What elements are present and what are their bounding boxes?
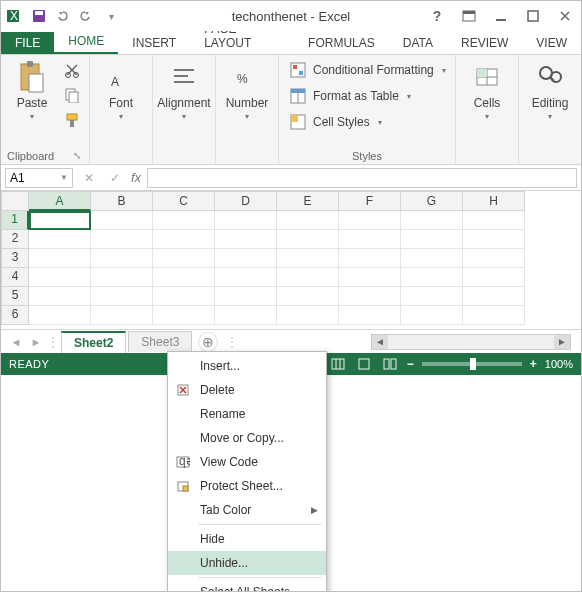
cell[interactable] [277,306,339,325]
cell[interactable] [153,230,215,249]
cell[interactable] [91,249,153,268]
cell[interactable] [339,268,401,287]
tab-formulas[interactable]: FORMULAS [294,32,389,54]
cell[interactable] [277,211,339,230]
cell[interactable] [91,268,153,287]
row-header[interactable]: 3 [1,249,29,268]
ribbon-display-icon[interactable] [457,6,481,26]
cell[interactable] [277,287,339,306]
cell[interactable] [277,268,339,287]
fx-icon[interactable]: fx [131,170,141,185]
row-header[interactable]: 4 [1,268,29,287]
scroll-right-icon[interactable]: ► [554,335,570,349]
context-protect-sheet[interactable]: Protect Sheet... [168,474,326,498]
new-sheet-icon[interactable]: ⊕ [198,332,218,352]
format-as-table-button[interactable]: Format as Table ▾ [289,85,446,107]
tab-data[interactable]: DATA [389,32,447,54]
save-icon[interactable] [29,6,49,26]
cell[interactable] [463,268,525,287]
column-header[interactable]: H [463,191,525,211]
cell[interactable] [277,249,339,268]
enter-formula-icon[interactable]: ✓ [105,168,125,188]
column-header[interactable]: A [29,191,91,211]
cell[interactable] [29,211,91,230]
column-header[interactable]: G [401,191,463,211]
cell[interactable] [215,306,277,325]
sheet-tab-active[interactable]: Sheet2 [61,331,126,353]
row-header[interactable]: 6 [1,306,29,325]
formula-bar[interactable] [147,168,577,188]
maximize-icon[interactable] [521,6,545,26]
qat-customize-icon[interactable]: ▾ [101,6,121,26]
cut-icon[interactable] [61,59,83,81]
column-header[interactable]: F [339,191,401,211]
cell[interactable] [153,211,215,230]
cell[interactable] [401,306,463,325]
context-unhide[interactable]: Unhide... [168,551,326,575]
view-page-break-icon[interactable] [381,356,399,372]
cell[interactable] [153,268,215,287]
tab-insert[interactable]: INSERT [118,32,190,54]
context-insert[interactable]: Insert... [168,354,326,378]
row-header[interactable]: 1 [1,211,29,230]
number-button[interactable]: % Number ▾ [222,59,272,121]
cell[interactable] [401,211,463,230]
zoom-out-icon[interactable]: − [407,357,414,371]
column-header[interactable]: C [153,191,215,211]
clipboard-dialog-launcher[interactable]: ⤡ [73,150,83,161]
undo-icon[interactable] [53,6,73,26]
select-all-corner[interactable] [1,191,29,211]
paste-button[interactable]: Paste ▾ [7,59,57,121]
column-header[interactable]: B [91,191,153,211]
cell[interactable] [463,287,525,306]
excel-app-icon[interactable]: X [5,6,25,26]
cell[interactable] [29,249,91,268]
context-tab-color[interactable]: Tab Color ▶ [168,498,326,522]
scroll-left-icon[interactable]: ◄ [372,335,388,349]
font-button[interactable]: A Font ▾ [96,59,146,121]
context-select-all-sheets[interactable]: Select All Sheets [168,580,326,592]
context-rename[interactable]: Rename [168,402,326,426]
cell[interactable] [29,268,91,287]
cell[interactable] [401,249,463,268]
redo-icon[interactable] [77,6,97,26]
cell[interactable] [339,249,401,268]
cell[interactable] [29,230,91,249]
context-view-code[interactable]: qə View Code [168,450,326,474]
name-box[interactable]: A1 ▼ [5,168,73,188]
cell[interactable] [215,287,277,306]
format-painter-icon[interactable] [61,109,83,131]
cell[interactable] [91,306,153,325]
cell[interactable] [401,230,463,249]
cell[interactable] [153,306,215,325]
cell[interactable] [215,230,277,249]
column-header[interactable]: D [215,191,277,211]
cell[interactable] [277,230,339,249]
conditional-formatting-button[interactable]: Conditional Formatting ▾ [289,59,446,81]
cell[interactable] [91,211,153,230]
horizontal-scrollbar[interactable]: ◄ ► [371,334,571,350]
tab-view[interactable]: VIEW [522,32,581,54]
cell[interactable] [215,268,277,287]
zoom-slider[interactable] [422,362,522,366]
cell[interactable] [339,287,401,306]
minimize-icon[interactable] [489,6,513,26]
help-icon[interactable]: ? [425,6,449,26]
cells-button[interactable]: Cells ▾ [462,59,512,121]
view-page-layout-icon[interactable] [355,356,373,372]
alignment-button[interactable]: Alignment ▾ [159,59,209,121]
cell[interactable] [215,249,277,268]
row-header[interactable]: 2 [1,230,29,249]
cell[interactable] [401,287,463,306]
tab-file[interactable]: FILE [1,32,54,54]
cell[interactable] [153,249,215,268]
editing-button[interactable]: Editing ▾ [525,59,575,121]
context-move-copy[interactable]: Move or Copy... [168,426,326,450]
sheet-tab[interactable]: Sheet3 [128,331,192,352]
cell[interactable] [215,211,277,230]
zoom-in-icon[interactable]: + [530,357,537,371]
cell-styles-button[interactable]: Cell Styles ▾ [289,111,446,133]
cell[interactable] [401,268,463,287]
column-header[interactable]: E [277,191,339,211]
cell[interactable] [463,249,525,268]
